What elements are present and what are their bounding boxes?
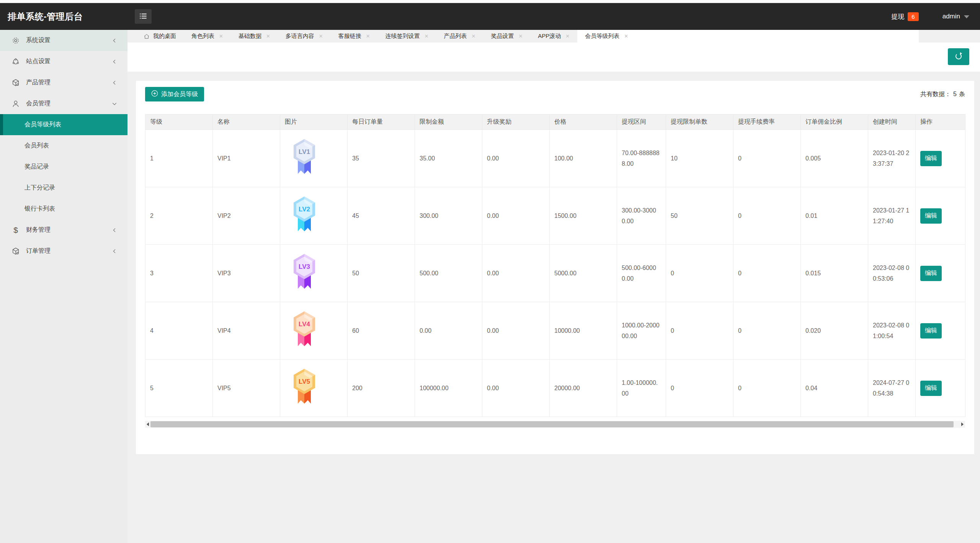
level-badge-image: LV1 <box>289 139 319 178</box>
close-icon[interactable]: ✕ <box>366 33 370 39</box>
tab-role-list[interactable]: 角色列表 ✕ <box>184 30 231 43</box>
cell-withdraw-range: 1.00-100000.00 <box>617 360 666 417</box>
sidebar-subitem-credit-records[interactable]: 上下分记录 <box>0 177 127 198</box>
sidebar-item-finance-management[interactable]: $ 财务管理 <box>0 219 127 240</box>
col-created: 创建时间 <box>868 114 916 130</box>
tab-member-level-list[interactable]: 会员等级列表 ✕ <box>577 30 636 43</box>
cell-withdraw-range: 1000.00-200000.00 <box>617 302 666 360</box>
tab-bar-end-spacer <box>919 30 980 43</box>
cell-price: 100.00 <box>550 130 617 187</box>
tab-multilang-content[interactable]: 多语言内容 ✕ <box>278 30 331 43</box>
cell-image: LV4 <box>280 302 348 360</box>
product-icon <box>11 79 20 87</box>
col-limit-amount: 限制金额 <box>415 114 482 130</box>
window-top-strip <box>0 0 980 3</box>
sidebar-subitem-member-list[interactable]: 会员列表 <box>0 135 127 156</box>
svg-text:LV3: LV3 <box>299 263 310 270</box>
cell-upgrade-reward: 0.00 <box>482 187 550 245</box>
col-actions: 操作 <box>916 114 965 130</box>
refresh-icon <box>954 52 963 62</box>
tab-service-link[interactable]: 客服链接 ✕ <box>331 30 378 43</box>
close-icon[interactable]: ✕ <box>624 33 628 39</box>
cell-name: VIP2 <box>213 187 280 245</box>
sidebar-subitem-prize-records[interactable]: 奖品记录 <box>0 156 127 177</box>
cell-withdraw-range: 500.00-60000.00 <box>617 245 666 302</box>
chevron-down-icon <box>111 101 118 107</box>
svg-text:LV1: LV1 <box>299 148 310 155</box>
tab-label: APP滚动 <box>538 33 561 40</box>
col-level: 等级 <box>145 114 213 130</box>
svg-text:LV4: LV4 <box>299 321 310 328</box>
edit-button[interactable]: 编辑 <box>920 381 942 396</box>
tab-app-scroll[interactable]: APP滚动 ✕ <box>530 30 577 43</box>
horizontal-scrollbar[interactable] <box>145 421 965 428</box>
tab-basic-data[interactable]: 基础数据 ✕ <box>231 30 278 43</box>
cell-withdraw-range: 70.00-8888888.00 <box>617 130 666 187</box>
tab-signin-settings[interactable]: 连续签到设置 ✕ <box>378 30 436 43</box>
scroll-left-arrow[interactable] <box>145 421 150 428</box>
close-icon[interactable]: ✕ <box>472 33 476 39</box>
cell-image: LV2 <box>280 187 348 245</box>
tab-my-desktop[interactable]: 我的桌面 <box>136 30 184 43</box>
edit-button[interactable]: 编辑 <box>920 323 942 339</box>
cell-upgrade-reward: 0.00 <box>482 302 550 360</box>
cell-withdraw-fee: 0 <box>733 130 801 187</box>
tab-label: 我的桌面 <box>153 33 176 40</box>
app-header: 排单系统-管理后台 提现 6 admin <box>0 3 980 30</box>
tab-bar: 我的桌面 角色列表 ✕ 基础数据 ✕ 多语言内容 ✕ 客服链接 ✕ 连续签到设置… <box>127 30 980 43</box>
refresh-button[interactable] <box>948 48 969 65</box>
cell-commission: 0.01 <box>801 187 868 245</box>
sidebar-item-product-management[interactable]: 产品管理 <box>0 72 127 93</box>
cell-price: 20000.00 <box>550 360 617 417</box>
cell-name: VIP4 <box>213 302 280 360</box>
withdraw-label: 提现 <box>891 12 904 21</box>
cell-name: VIP1 <box>213 130 280 187</box>
sidebar-item-member-management[interactable]: 会员管理 <box>0 93 127 114</box>
close-icon[interactable]: ✕ <box>319 33 323 39</box>
scrollbar-thumb[interactable] <box>150 421 954 427</box>
cell-actions: 编辑 <box>916 360 965 417</box>
sidebar-item-label: 产品管理 <box>26 79 51 87</box>
withdraw-count-badge: 6 <box>908 12 918 21</box>
add-member-level-button[interactable]: 添加会员等级 <box>145 87 204 101</box>
sidebar-item-system-settings[interactable]: 系统设置 <box>0 30 127 51</box>
cell-image: LV1 <box>280 130 348 187</box>
cell-image: LV5 <box>280 360 348 417</box>
scroll-right-arrow[interactable] <box>960 421 965 428</box>
edit-button[interactable]: 编辑 <box>920 151 942 166</box>
sidebar-item-site-settings[interactable]: 站点设置 <box>0 51 127 72</box>
cell-limit-amount: 300.00 <box>415 187 482 245</box>
edit-button[interactable]: 编辑 <box>920 208 942 224</box>
sidebar-subitem-bank-card-list[interactable]: 银行卡列表 <box>0 198 127 219</box>
content-card: 添加会员等级 共有数据：5条 等级 名称 图片 <box>136 81 974 454</box>
close-icon[interactable]: ✕ <box>219 33 223 39</box>
toolbar-band <box>127 43 980 72</box>
cell-name: VIP5 <box>213 360 280 417</box>
cell-created: 2023-01-27 11:27:40 <box>868 187 916 245</box>
sidebar-subitem-label: 会员等级列表 <box>24 121 61 129</box>
close-icon[interactable]: ✕ <box>425 33 429 39</box>
close-icon[interactable]: ✕ <box>565 33 570 39</box>
sidebar-toggle-button[interactable] <box>135 9 152 24</box>
withdraw-menu-item[interactable]: 提现 6 <box>891 12 918 21</box>
sidebar-item-label: 系统设置 <box>26 36 51 44</box>
close-icon[interactable]: ✕ <box>518 33 523 39</box>
tab-prize-settings[interactable]: 奖品设置 ✕ <box>483 30 530 43</box>
user-dropdown[interactable]: admin <box>942 13 969 20</box>
cell-withdraw-fee: 0 <box>733 187 801 245</box>
member-level-table: 等级 名称 图片 每日订单量 限制金额 升级奖励 价格 提现区间 提现限制单数 … <box>145 114 965 417</box>
finance-icon: $ <box>11 226 20 234</box>
sidebar-item-order-management[interactable]: 订单管理 <box>0 240 127 262</box>
cell-limit-amount: 35.00 <box>415 130 482 187</box>
edit-button[interactable]: 编辑 <box>920 266 942 281</box>
sidebar-subitem-member-level-list[interactable]: 会员等级列表 <box>0 114 127 135</box>
close-icon[interactable]: ✕ <box>266 33 270 39</box>
chevron-left-icon <box>111 59 118 65</box>
caret-down-icon <box>964 15 969 18</box>
tab-product-list[interactable]: 产品列表 ✕ <box>436 30 483 43</box>
col-daily-orders: 每日订单量 <box>348 114 415 130</box>
tab-label: 角色列表 <box>191 33 214 40</box>
username: admin <box>942 13 960 20</box>
cell-withdraw-limit: 0 <box>666 360 733 417</box>
cell-actions: 编辑 <box>916 187 965 245</box>
